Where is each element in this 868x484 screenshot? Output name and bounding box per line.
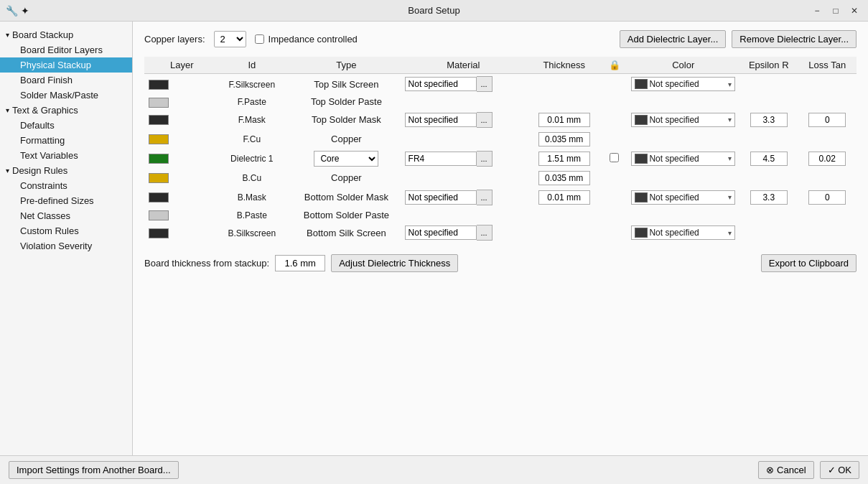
- chevron-down-icon: ▾: [728, 116, 732, 124]
- import-settings-button[interactable]: Import Settings from Another Board...: [9, 461, 179, 479]
- material-input[interactable]: [405, 225, 477, 240]
- cancel-label: Cancel: [777, 465, 806, 475]
- copper-layers-select[interactable]: 124681012: [214, 31, 246, 47]
- sidebar-item-net-classes[interactable]: Net Classes: [0, 208, 132, 223]
- material-browse-button[interactable]: ...: [477, 190, 493, 205]
- sidebar-item-defaults[interactable]: Defaults: [0, 118, 132, 133]
- material-browse-button[interactable]: ...: [477, 225, 493, 241]
- sidebar-item-custom-rules[interactable]: Custom Rules: [0, 223, 132, 238]
- sidebar-item-pre-defined-sizes[interactable]: Pre-defined Sizes: [0, 193, 132, 208]
- material-input[interactable]: [405, 152, 477, 166]
- layer-type-cell: Top Solder Mask: [292, 110, 400, 130]
- layer-type-cell: Bottom Solder Mask: [292, 187, 400, 208]
- layer-id-cell: B.Cu: [211, 169, 292, 187]
- thickness-input[interactable]: [538, 113, 590, 127]
- layer-color-swatch: [149, 98, 169, 108]
- col-header-type: Type: [292, 57, 400, 74]
- lock-checkbox[interactable]: [610, 153, 619, 162]
- sidebar-section-label: Text & Graphics: [12, 105, 78, 116]
- color-dropdown[interactable]: Not specified ▾: [631, 152, 735, 166]
- table-row: B.MaskBottom Solder Mask... Not specifie…: [144, 187, 857, 208]
- sidebar: ▾Board StackupBoard Editor LayersPhysica…: [0, 22, 133, 455]
- sidebar-item-physical-stackup[interactable]: Physical Stackup: [0, 57, 132, 73]
- sidebar-section-board-stackup[interactable]: ▾Board Stackup: [0, 27, 132, 42]
- layer-color-swatch: [149, 115, 169, 125]
- adjust-dielectric-button[interactable]: Adjust Dielectric Thickness: [331, 254, 458, 272]
- chevron-down-icon: ▾: [728, 229, 732, 237]
- sidebar-item-constraints[interactable]: Constraints: [0, 178, 132, 193]
- content-area: Copper layers: 124681012 Impedance contr…: [133, 22, 868, 455]
- maximize-button[interactable]: □: [828, 3, 844, 19]
- thickness-input[interactable]: [538, 171, 590, 185]
- color-swatch: [635, 79, 648, 89]
- layer-id-cell: F.Mask: [211, 110, 292, 130]
- type-select[interactable]: CorePrepreg: [314, 151, 378, 167]
- sidebar-item-board-finish[interactable]: Board Finish: [0, 73, 132, 88]
- layer-id-cell: F.Silkscreen: [211, 74, 292, 95]
- chevron-icon: ▾: [6, 167, 9, 174]
- layer-color-swatch: [149, 192, 169, 203]
- material-browse-button[interactable]: ...: [477, 76, 493, 92]
- ok-button[interactable]: ✓ OK: [820, 461, 859, 479]
- remove-dielectric-layer-button[interactable]: Remove Dielectric Layer...: [732, 30, 857, 48]
- thickness-input[interactable]: [538, 132, 590, 146]
- color-label: Not specified: [649, 228, 727, 238]
- impedance-controlled-checkbox[interactable]: [255, 34, 264, 44]
- stackup-table: Layer Id Type Material Thickness 🔒 Color…: [144, 57, 857, 243]
- layer-id-cell: B.Silkscreen: [211, 223, 292, 243]
- chevron-icon: ▾: [6, 106, 9, 114]
- add-dielectric-layer-button[interactable]: Add Dielectric Layer...: [620, 30, 726, 48]
- app-icon: 🔧: [6, 5, 18, 17]
- sidebar-item-violation-severity[interactable]: Violation Severity: [0, 238, 132, 253]
- cancel-button[interactable]: ⊗ Cancel: [758, 461, 813, 479]
- loss-tan-input[interactable]: [808, 190, 846, 205]
- table-row: F.CuCopper: [144, 130, 857, 149]
- layer-color-swatch: [149, 154, 169, 164]
- thickness-input[interactable]: [538, 152, 590, 166]
- sidebar-item-board-editor-layers[interactable]: Board Editor Layers: [0, 42, 132, 57]
- color-dropdown[interactable]: Not specified ▾: [631, 77, 735, 91]
- col-header-lock: 🔒: [602, 57, 627, 74]
- sidebar-item-solder-mask/paste[interactable]: Solder Mask/Paste: [0, 88, 132, 103]
- cancel-icon: ⊗: [766, 465, 774, 475]
- minimize-button[interactable]: −: [809, 3, 825, 19]
- material-input[interactable]: [405, 113, 477, 127]
- loss-tan-input[interactable]: [808, 152, 846, 166]
- material-input-group: ...: [405, 225, 522, 241]
- material-input-group: ...: [405, 112, 522, 128]
- sidebar-section-text-&-graphics[interactable]: ▾Text & Graphics: [0, 103, 132, 118]
- export-clipboard-button[interactable]: Export to Clipboard: [761, 254, 857, 272]
- layer-type-cell: Bottom Solder Paste: [292, 208, 400, 223]
- sidebar-section-design-rules[interactable]: ▾Design Rules: [0, 163, 132, 178]
- layer-type-cell: Copper: [292, 169, 400, 187]
- loss-tan-input[interactable]: [808, 113, 846, 127]
- board-thickness-input[interactable]: [275, 255, 325, 271]
- col-header-layer: Layer: [144, 57, 211, 74]
- board-thickness-label: Board thickness from stackup:: [144, 258, 269, 269]
- epsilon-r-input[interactable]: [750, 190, 788, 205]
- material-input[interactable]: [405, 190, 477, 205]
- color-dropdown[interactable]: Not specified ▾: [631, 225, 735, 240]
- layer-color-swatch: [149, 134, 169, 144]
- material-browse-button[interactable]: ...: [477, 151, 493, 167]
- material-input[interactable]: [405, 77, 477, 91]
- close-button[interactable]: ✕: [846, 3, 862, 19]
- epsilon-r-input[interactable]: [750, 152, 788, 166]
- epsilon-r-input[interactable]: [750, 113, 788, 127]
- title-bar: 🔧 ✦ Board Setup − □ ✕: [0, 0, 868, 22]
- material-browse-button[interactable]: ...: [477, 112, 493, 128]
- table-row: Dielectric 1CorePrepreg... Not specified…: [144, 149, 857, 169]
- col-header-epsilon: Epsilon R: [739, 57, 798, 74]
- sidebar-item-formatting[interactable]: Formatting: [0, 133, 132, 148]
- impedance-controlled-label: Impedance controlled: [269, 34, 358, 45]
- color-dropdown[interactable]: Not specified ▾: [631, 190, 735, 205]
- layer-color-swatch: [149, 228, 169, 238]
- thickness-input[interactable]: [538, 190, 590, 205]
- color-label: Not specified: [649, 79, 727, 89]
- sidebar-item-text-variables[interactable]: Text Variables: [0, 148, 132, 163]
- color-label: Not specified: [649, 154, 727, 164]
- col-header-color: Color: [627, 57, 739, 74]
- color-dropdown[interactable]: Not specified ▾: [631, 113, 735, 127]
- col-header-thickness: Thickness: [526, 57, 602, 74]
- app-subicon: ✦: [21, 5, 29, 17]
